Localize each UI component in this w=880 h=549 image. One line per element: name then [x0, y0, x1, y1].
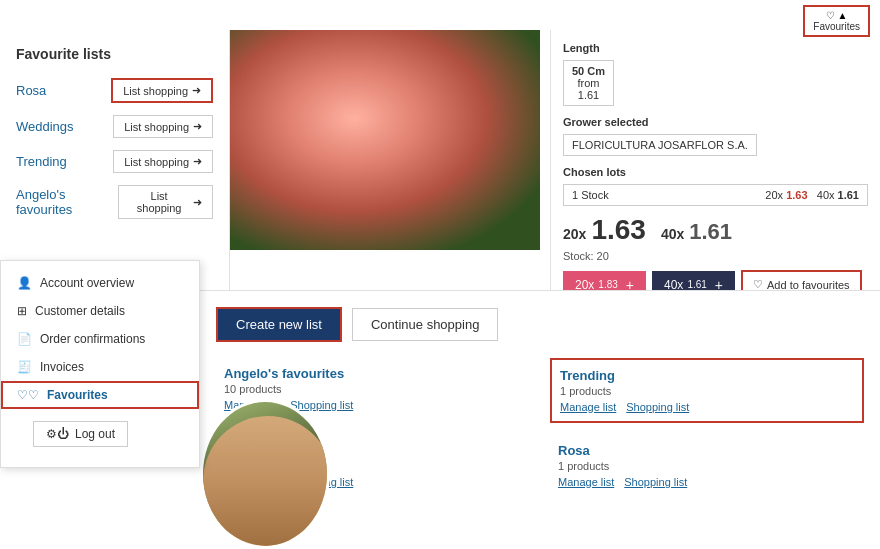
circle-arrow-icon-angelos: ➜ [193, 196, 202, 209]
list-name-rosa[interactable]: Rosa [16, 83, 46, 98]
grid-icon [17, 304, 27, 318]
menu-label-favourites: Favourites [47, 388, 108, 402]
shopping-list-link-rosa[interactable]: Shopping list [624, 476, 687, 488]
length-value: 50 Cm [572, 65, 605, 77]
logout-container: ⏻ Log out [1, 409, 199, 459]
price1-val: 1.63 [591, 214, 646, 245]
grower-label: Grower selected [563, 116, 868, 128]
favourites-actions-row: Create new list Continue shopping [216, 307, 864, 342]
menu-item-orders[interactable]: Order confirmations [1, 325, 199, 353]
menu-item-customer[interactable]: Customer details [1, 297, 199, 325]
fav-card-title-angelos: Angelo's favourites [224, 366, 522, 381]
invoice-icon [17, 360, 32, 374]
dropdown-menu: Account overview Customer details Order … [0, 260, 200, 468]
favourite-lists-title: Favourite lists [16, 46, 213, 62]
logout-label: Log out [75, 427, 115, 441]
fav-card-count-rosa: 1 products [558, 460, 856, 472]
fav-card-rosa: Rosa 1 products Manage list Shopping lis… [550, 435, 864, 496]
lots-qty1: 20x [765, 189, 783, 201]
menu-item-invoices[interactable]: Invoices [1, 353, 199, 381]
continue-shopping-button[interactable]: Continue shopping [352, 308, 498, 341]
list-shopping-label-trending: List shopping [124, 156, 189, 168]
fav-card-count-trending: 1 products [560, 385, 854, 397]
lots-stock: 1 Stock [572, 189, 609, 201]
btn1-price: 1.83 [598, 279, 617, 290]
list-shopping-btn-rosa[interactable]: List shopping ➜ [111, 78, 213, 103]
favourites-top-button[interactable]: ♡ ▲ Favourites [803, 5, 870, 37]
menu-label-account: Account overview [40, 276, 134, 290]
grower-name: FLORICULTURA JOSARFLOR S.A. [563, 134, 757, 156]
fav-card-links-rosa: Manage list Shopping list [558, 476, 856, 488]
shopping-list-link-angelos[interactable]: Shopping list [290, 399, 353, 411]
menu-item-favourites[interactable]: ♡ Favourites [1, 381, 199, 409]
fav-card-title-rosa: Rosa [558, 443, 856, 458]
circle-arrow-icon-rosa: ➜ [192, 84, 201, 97]
person-icon [17, 276, 32, 290]
product-details-panel: Length 50 Cm from 1.61 Grower selected F… [550, 30, 880, 290]
length-price: 1.61 [572, 89, 605, 101]
lots-prices: 20x 1.63 40x 1.61 [765, 189, 859, 201]
list-name-trending[interactable]: Trending [16, 154, 67, 169]
manage-list-link-rosa[interactable]: Manage list [558, 476, 614, 488]
stock-text: Stock: 20 [563, 250, 868, 262]
menu-label-customer: Customer details [35, 304, 125, 318]
length-label: Length [563, 42, 868, 54]
lots-qty2: 40x [817, 189, 835, 201]
manage-list-link-trending[interactable]: Manage list [560, 401, 616, 413]
logout-icon: ⏻ [46, 427, 69, 441]
shopping-list-link-trending[interactable]: Shopping list [626, 401, 689, 413]
logout-button[interactable]: ⏻ Log out [33, 421, 128, 447]
list-item: Weddings List shopping ➜ [16, 115, 213, 138]
length-box: 50 Cm from 1.61 [563, 60, 614, 106]
menu-item-account[interactable]: Account overview [1, 269, 199, 297]
product-image [230, 30, 540, 250]
list-item: Trending List shopping ➜ [16, 150, 213, 173]
favourites-top-label: Favourites [813, 21, 860, 32]
list-shopping-label-angelos: List shopping [129, 190, 189, 214]
fav-card-links-trending: Manage list Shopping list [560, 401, 854, 413]
list-name-weddings[interactable]: Weddings [16, 119, 74, 134]
chosen-lots-label: Chosen lots [563, 166, 868, 178]
fav-menu-icon: ♡ [17, 388, 39, 402]
list-shopping-btn-angelos[interactable]: List shopping ➜ [118, 185, 213, 219]
list-shopping-label-rosa: List shopping [123, 85, 188, 97]
add-fav-label: Add to favourites [767, 279, 850, 291]
list-item: Rosa List shopping ➜ [16, 78, 213, 103]
length-from: from [572, 77, 605, 89]
continue-shopping-label: Continue shopping [371, 317, 479, 332]
list-item: Angelo's favourites List shopping ➜ [16, 185, 213, 219]
heart-icon: ♡ ▲ [826, 10, 848, 21]
profile-photo [200, 399, 330, 549]
list-shopping-btn-trending[interactable]: List shopping ➜ [113, 150, 213, 173]
list-name-angelos[interactable]: Angelo's favourites [16, 187, 118, 217]
menu-label-invoices: Invoices [40, 360, 84, 374]
price1-qty: 20x [563, 226, 586, 242]
fav-card-title-trending: Trending [560, 368, 854, 383]
btn2-price: 1.61 [687, 279, 706, 290]
list-shopping-label-weddings: List shopping [124, 121, 189, 133]
doc-icon [17, 332, 32, 346]
circle-arrow-icon-trending: ➜ [193, 155, 202, 168]
chosen-lots-row: 1 Stock 20x 1.63 40x 1.61 [563, 184, 868, 206]
circle-arrow-icon-weddings: ➜ [193, 120, 202, 133]
create-list-label: Create new list [236, 317, 322, 332]
lots-price2: 1.61 [838, 189, 859, 201]
price2-val: 1.61 [689, 219, 732, 244]
lots-price1: 1.63 [786, 189, 807, 201]
price-display: 20x 1.63 40x 1.61 [563, 214, 868, 246]
fav-card-count-angelos: 10 products [224, 383, 522, 395]
fav-card-trending: Trending 1 products Manage list Shopping… [550, 358, 864, 423]
create-new-list-button[interactable]: Create new list [216, 307, 342, 342]
list-shopping-btn-weddings[interactable]: List shopping ➜ [113, 115, 213, 138]
price2-qty: 40x [661, 226, 684, 242]
menu-label-orders: Order confirmations [40, 332, 145, 346]
